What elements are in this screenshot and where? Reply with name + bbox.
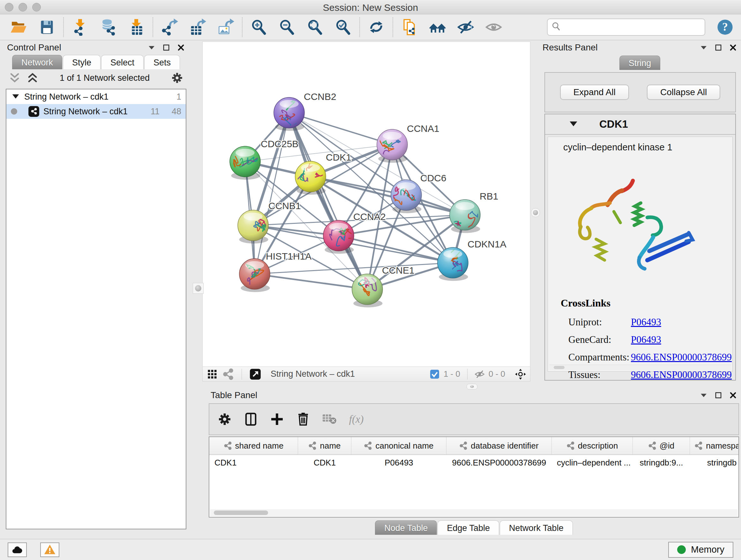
table-panel-float-icon[interactable] (714, 391, 723, 399)
table-cell[interactable]: stringdb (690, 455, 739, 470)
network-style-icon[interactable] (222, 368, 234, 380)
cloud-services-icon[interactable] (8, 543, 27, 557)
node-gloss (397, 182, 416, 190)
import-table-file-button[interactable] (127, 18, 145, 37)
hide-selection-button[interactable] (456, 18, 475, 37)
table-cell[interactable]: 9606.ENSP00000378699 (447, 455, 552, 470)
network-edge-HIST1H1A-CCNE1[interactable] (255, 274, 367, 289)
table-cell[interactable]: CDK1 (298, 455, 351, 470)
network-edge-CCNA2-CDKN1A[interactable] (339, 236, 453, 263)
export-network-button[interactable] (160, 18, 179, 37)
warnings-icon[interactable] (40, 543, 59, 557)
table-panel-close-icon[interactable] (729, 391, 737, 399)
left-splitter-handle[interactable] (193, 283, 204, 294)
toolbar-separator (467, 369, 468, 380)
string-houses-button[interactable] (428, 18, 447, 37)
results-scrollbar[interactable] (549, 365, 731, 370)
network-view[interactable]: CCNB2CCNA1CDC25BCDK1CDC6RB1CCNB1CCNA2CDK… (202, 42, 530, 381)
table-cell[interactable]: P06493 (351, 455, 447, 470)
delete-column-icon[interactable] (295, 412, 311, 427)
table-cell[interactable]: cyclin–dependent ... (552, 455, 633, 470)
collection-disclosure-icon[interactable] (11, 92, 20, 102)
toolbar-separator (242, 17, 243, 37)
column-header-description[interactable]: description (552, 437, 633, 454)
birds-eye-view-icon[interactable] (250, 368, 261, 380)
selected-checkbox-icon[interactable] (429, 369, 440, 379)
table-cell[interactable]: stringdb:9... (633, 455, 690, 470)
column-header-canonical-name[interactable]: canonical name (351, 437, 447, 454)
column-header-label: shared name (235, 441, 284, 451)
zoom-in-button[interactable] (250, 18, 268, 37)
network-edge-CCNB2-CCNA1[interactable] (289, 113, 392, 145)
export-image-button[interactable] (216, 18, 235, 37)
table-cell[interactable]: CDK1 (209, 455, 298, 470)
results-panel-float-icon[interactable] (714, 44, 723, 52)
zoom-out-button[interactable] (278, 18, 296, 37)
network-edge-CCNB2-CCNE1[interactable] (289, 113, 367, 289)
toolbar-group (250, 18, 352, 37)
table-row[interactable]: CDK1CDK1P064939606.ENSP00000378699cyclin… (209, 455, 738, 470)
bottom-splitter-handle[interactable] (467, 384, 477, 389)
memory-button[interactable]: Memory (668, 542, 733, 558)
node-label-CDC25B: CDC25B (261, 138, 298, 149)
results-panel-menu-icon[interactable] (699, 44, 708, 52)
tab-network-table[interactable]: Network Table (500, 520, 573, 535)
zoom-fit-button[interactable] (306, 18, 324, 37)
import-network-file-button[interactable] (71, 18, 89, 37)
search-box[interactable] (547, 18, 705, 36)
control-panel-tabs: Network Style Select Sets (3, 55, 189, 69)
column-header-name[interactable]: name (298, 437, 351, 454)
right-splitter-handle[interactable] (531, 208, 540, 217)
crosslink-link[interactable]: 9606.ENSP00000378699 (631, 352, 732, 363)
network-canvas[interactable]: CCNB2CCNA1CDC25BCDK1CDC6RB1CCNB1CCNA2CDK… (203, 42, 530, 367)
show-grid-icon[interactable] (206, 368, 218, 380)
open-session-button[interactable] (10, 18, 28, 37)
crosslink-link[interactable]: P06493 (631, 334, 661, 346)
results-panel-close-icon[interactable] (729, 44, 737, 52)
show-columns-icon[interactable] (243, 412, 259, 427)
table-hscrollbar[interactable] (210, 509, 738, 516)
tab-network[interactable]: Network (12, 55, 62, 69)
network-row[interactable]: String Network – cdk1 11 48 (6, 104, 186, 119)
crosslink-link[interactable]: P06493 (631, 316, 661, 328)
network-collection-row[interactable]: String Network – cdk1 1 (6, 89, 186, 104)
tab-string[interactable]: String (619, 56, 661, 70)
network-selection-header: 1 of 1 Network selected (3, 69, 189, 86)
save-session-button[interactable] (38, 18, 56, 37)
table-options-gear-icon[interactable] (217, 412, 232, 427)
column-header--id[interactable]: @id (633, 437, 690, 454)
import-network-database-button[interactable] (99, 18, 118, 37)
tab-edge-table[interactable]: Edge Table (437, 520, 499, 535)
collapse-all-networks-icon[interactable] (8, 71, 21, 84)
column-header-shared-name[interactable]: shared name (209, 437, 298, 454)
control-panel-float-icon[interactable] (162, 44, 171, 52)
node-label-HIST1H1A: HIST1H1A (266, 251, 312, 261)
column-header-namespace[interactable]: namespace (690, 437, 739, 454)
network-options-gear-icon[interactable] (171, 71, 184, 84)
zoom-selected-button[interactable] (334, 18, 352, 37)
tab-style[interactable]: Style (63, 55, 100, 69)
network-edge-CCNB2-HIST1H1A[interactable] (255, 113, 289, 274)
entry-disclosure-icon[interactable] (568, 119, 579, 130)
expand-all-button[interactable]: Expand All (560, 84, 629, 100)
export-table-button[interactable] (188, 18, 207, 37)
network-view-toolbar: String Network – cdk1 1 - 0 0 - 0 (203, 367, 530, 381)
expand-all-networks-icon[interactable] (26, 71, 39, 84)
table-panel-menu-icon[interactable] (699, 391, 708, 399)
control-panel-menu-icon[interactable] (147, 44, 156, 52)
column-header-database-identifier[interactable]: database identifier (447, 437, 552, 454)
pan-mode-icon[interactable] (515, 368, 526, 380)
create-column-icon[interactable] (269, 412, 285, 427)
column-header-label: namespace (706, 441, 739, 451)
help-button[interactable]: ? (716, 18, 734, 36)
node-entry-header[interactable]: CDK1 (545, 114, 735, 135)
search-input[interactable] (564, 22, 701, 33)
collapse-all-button[interactable]: Collapse All (647, 84, 720, 100)
control-panel-close-icon[interactable] (177, 44, 185, 52)
tab-select[interactable]: Select (101, 55, 144, 69)
copy-network-document-button[interactable] (400, 18, 419, 37)
crosslink-link[interactable]: 9606.ENSP00000378699 (631, 369, 732, 381)
refresh-network-button[interactable] (367, 18, 386, 37)
tab-sets[interactable]: Sets (144, 55, 180, 69)
tab-node-table[interactable]: Node Table (375, 520, 437, 535)
